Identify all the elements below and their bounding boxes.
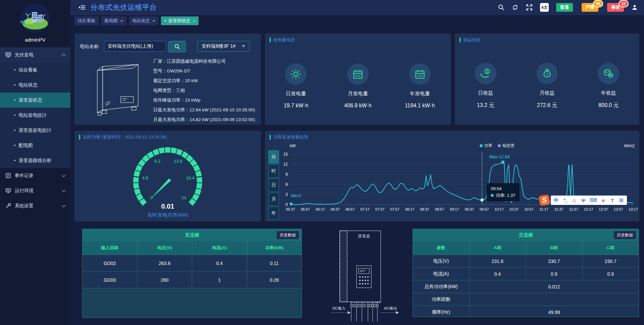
diagram-title: 逆变器 <box>358 234 370 238</box>
svg-text:12:17: 12:17 <box>584 207 593 211</box>
svg-text:23: 23 <box>181 195 186 200</box>
table-row: GD02263.60.40.11 <box>83 255 302 272</box>
sogou-logo-icon[interactable]: S <box>539 195 550 206</box>
station-detail-line: 组件峰值功率：23 kWp <box>153 97 255 103</box>
chevron-down-icon <box>62 203 65 207</box>
merged-cell: 49.99 <box>470 306 639 317</box>
sidebar-subitem-综合看板[interactable]: •综合看板 <box>0 62 70 77</box>
svg-text:10:37: 10:37 <box>509 207 519 211</box>
column-header-电流(A): 电流(A) <box>192 241 247 255</box>
punctuation-icon[interactable]: °, <box>562 198 568 203</box>
gauge-unit-label: 实时发电功率(kW) <box>74 212 261 218</box>
svg-text:4.6: 4.6 <box>142 175 148 180</box>
tab-close-icon[interactable]: × <box>193 18 196 23</box>
chevron-up-icon <box>62 54 65 57</box>
param-cell: 电压(V) <box>413 255 470 267</box>
chevron-down-icon <box>242 45 245 47</box>
station-info-panel: 电站名称 安科瑞B楼3F 1# 厂家：江苏固德威电源科技 <box>74 34 261 125</box>
username: adminPV <box>0 37 70 43</box>
status-badge-2[interactable]: 事故12 <box>607 3 624 12</box>
dc-history-button[interactable]: 历史数据 <box>277 231 299 239</box>
svg-text:07:57: 07:57 <box>390 207 399 211</box>
money-bag-icon: ¥ <box>536 63 558 84</box>
gauge-value: 0.01 <box>74 203 261 210</box>
param-cell: 电流(A) <box>413 268 470 280</box>
tab-配电图[interactable]: 配电图× <box>101 16 126 25</box>
fullscreen-icon[interactable] <box>526 4 533 11</box>
panel-title: 发电量信息 <box>270 38 295 42</box>
tab-电站状态[interactable]: 电站状态× <box>129 16 159 25</box>
station-search-button[interactable] <box>168 41 186 52</box>
badge-count: 96 <box>593 0 603 7</box>
svg-text:$: $ <box>486 70 488 73</box>
tab-综合看板[interactable]: 综合看板 <box>74 16 99 25</box>
merged-cell: 0.012 <box>470 280 639 293</box>
ac-table-title: 交流侧 <box>519 232 533 238</box>
inverter-select[interactable]: 安科瑞B楼3F 1# <box>197 41 250 52</box>
calendar-year-icon <box>409 63 431 85</box>
user-icon[interactable] <box>631 4 638 11</box>
station-search-input[interactable] <box>104 41 166 52</box>
station-detail-line: 型号：GW20K-DT <box>153 68 255 74</box>
sidebar-item-系统设置[interactable]: 系统设置 <box>0 198 70 213</box>
station-detail-line: 额定交流功率：20 kW <box>153 78 255 84</box>
sidebar-subitem-电站发电统计[interactable]: •电站发电统计 <box>0 108 70 123</box>
svg-text:06:57: 06:57 <box>345 207 355 211</box>
search-icon[interactable] <box>498 4 504 11</box>
sidebar-subitem-逆变器发电统计[interactable]: •逆变器发电统计 <box>0 123 70 138</box>
translate-icon[interactable]: A文 <box>540 3 549 12</box>
sidebar-item-运行环境[interactable]: 运行环境 <box>0 183 70 198</box>
table-cell: 0.28 <box>247 272 302 288</box>
metric-card-日收益: $日收益13.2 元 <box>455 52 516 119</box>
emoji-icon[interactable]: ☺ <box>572 198 577 203</box>
revenue-cards: $日收益13.2 元¥月收益272.6 元年收益800.0 元 <box>455 52 639 119</box>
sidebar-subitem-配电图[interactable]: •配电图 <box>0 138 70 153</box>
svg-text:11:57: 11:57 <box>569 207 578 211</box>
revenue-info-panel: 收益信息 $日收益13.2 元¥月收益272.6 元年收益800.0 元 <box>455 34 639 125</box>
svg-text:13.8: 13.8 <box>174 159 182 164</box>
dc-table-header: 输入回路电压(V)电流(A)功率(kW) <box>83 241 302 255</box>
soft-keyboard-icon[interactable]: ⌨ <box>590 197 597 203</box>
table-cell: 230.7 <box>526 255 583 267</box>
power-trend-chart[interactable]: 0369121505:3705:5706:1706:3706:5707:1707… <box>265 131 639 221</box>
table-cell: 0.9 <box>526 268 583 280</box>
ac-history-button[interactable]: 历史数据 <box>614 231 636 239</box>
table-cell: GD03 <box>83 272 138 288</box>
sidebar-item-事件记录[interactable]: 事件记录 <box>0 168 70 183</box>
sidebar-subitem-逆变器曲线分析[interactable]: •逆变器曲线分析 <box>0 153 70 168</box>
svg-text:12: 12 <box>283 162 288 167</box>
column-header-功率(kW): 功率(kW) <box>247 241 302 255</box>
status-badge-0[interactable]: 普通 <box>556 3 573 12</box>
status-badge-1[interactable]: 严重96 <box>582 3 598 12</box>
table-cell: 0.11 <box>247 255 302 271</box>
chevron-down-icon <box>62 188 65 192</box>
svg-text:08:17: 08:17 <box>405 207 415 211</box>
voice-input-icon[interactable]: Ψ <box>581 198 586 203</box>
refresh-icon[interactable] <box>512 4 519 11</box>
lexicon-icon[interactable]: ☻ <box>601 198 606 203</box>
ac-table-rows: 电压(V)231.8230.7230.7电流(A)0.40.90.9总有功功率(… <box>413 255 639 317</box>
metric-card-年发电量: 年发电量1194.1 kW·h <box>389 52 451 119</box>
tab-逆变器状态[interactable]: ●逆变器状态× <box>161 16 199 25</box>
toolbox-icon[interactable]: ⊞ <box>619 197 624 203</box>
tab-close-icon[interactable]: × <box>153 18 155 23</box>
sidebar-subitem-电站状态[interactable]: •电站状态 <box>0 77 70 93</box>
svg-text:9.2: 9.2 <box>154 159 160 164</box>
metric-card-月发电量: 月发电量406.9 kW·h <box>327 52 389 119</box>
svg-text:06:37: 06:37 <box>331 207 340 211</box>
sidebar-collapse-icon[interactable] <box>78 4 86 10</box>
tab-close-icon[interactable]: × <box>120 18 123 23</box>
chevron-down-icon <box>62 173 65 177</box>
merged-cell <box>470 293 639 306</box>
svg-text:11:37: 11:37 <box>554 207 563 211</box>
chinese-english-toggle-icon[interactable]: 中 <box>553 197 559 204</box>
column-header-C相: C相 <box>583 241 639 255</box>
skin-icon[interactable]: T <box>610 198 615 203</box>
svg-text:18.4: 18.4 <box>186 175 195 180</box>
realtime-power-panel: 实时功率 (更新时间：2021-09-10 13:25:39) 04.69.21… <box>74 131 261 221</box>
sidebar-item-光伏发电[interactable]: 光伏发电 <box>0 47 70 62</box>
table-cell: 0.4 <box>470 268 526 280</box>
dc-input-label: DC输入 <box>332 306 346 310</box>
svg-text:0: 0 <box>285 202 288 207</box>
sidebar-subitem-逆变器状态[interactable]: •逆变器状态 <box>0 93 70 108</box>
